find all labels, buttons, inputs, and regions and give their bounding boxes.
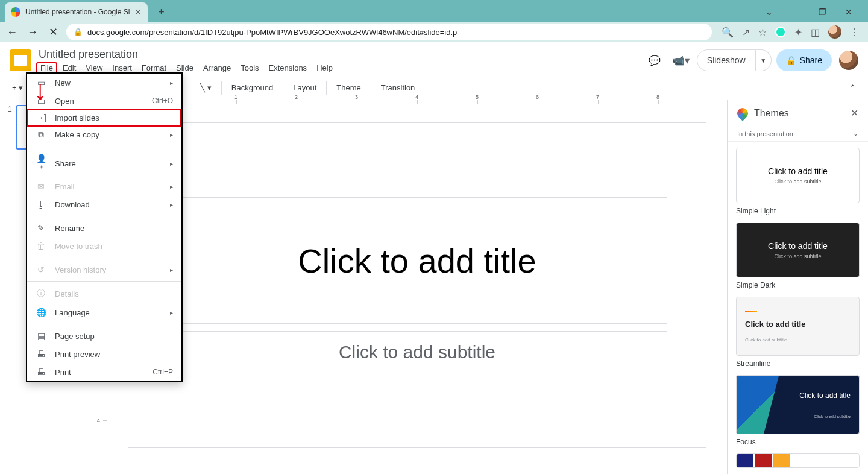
chevron-down-icon[interactable]: ⌄ bbox=[762, 5, 776, 19]
favicon-icon bbox=[11, 7, 20, 17]
file-menu-print[interactable]: 🖶 Print Ctrl+P bbox=[27, 363, 181, 381]
file-menu-label: Open bbox=[55, 96, 74, 106]
tab-title: Untitled presentation - Google Sl bbox=[25, 8, 130, 16]
slide-background[interactable]: Click to add title Click to add subtitle bbox=[107, 104, 727, 474]
themes-subtitle: In this presentation bbox=[737, 130, 793, 137]
theme-card-simple-dark[interactable]: Click to add title Click to add subtitle bbox=[736, 223, 860, 278]
browser-profile-icon[interactable] bbox=[828, 25, 841, 39]
theme-card-focus[interactable]: Click to add title Click to add subtitle bbox=[736, 375, 860, 434]
title-area: Untitled presentation File Edit View Ins… bbox=[36, 47, 639, 74]
theme-card-sub: Click to add subtitle bbox=[745, 337, 787, 343]
file-menu-open[interactable]: 🗀 Open Ctrl+O bbox=[27, 92, 181, 110]
subtitle-placeholder[interactable]: Click to add subtitle bbox=[167, 331, 667, 373]
ruler-tick: 6 bbox=[538, 100, 598, 104]
title-placeholder[interactable]: Click to add title bbox=[167, 197, 667, 324]
accent-bar bbox=[745, 311, 757, 312]
doc-title[interactable]: Untitled presentation bbox=[36, 47, 639, 62]
comments-icon[interactable]: 💬 bbox=[644, 49, 665, 71]
new-slide-button[interactable]: + ▾ bbox=[7, 79, 28, 97]
file-menu-language[interactable]: 🌐 Language ▸ bbox=[27, 303, 181, 321]
close-panel-icon[interactable]: ✕ bbox=[851, 107, 858, 119]
file-menu-import-slides[interactable]: →] Import slides bbox=[27, 109, 181, 127]
menu-help[interactable]: Help bbox=[312, 62, 337, 74]
thumbnail-number: 1 bbox=[5, 105, 12, 150]
tab-bar: Untitled presentation - Google Sl ✕ + ⌄ … bbox=[0, 0, 868, 22]
share-button[interactable]: 🔒 Share bbox=[776, 49, 832, 71]
back-button[interactable]: ← bbox=[5, 25, 19, 39]
separator bbox=[371, 81, 371, 95]
meet-icon[interactable]: 📹▾ bbox=[670, 49, 692, 71]
theme-list[interactable]: Click to add title Click to add subtitle… bbox=[728, 142, 868, 474]
print-preview-icon: 🖶 bbox=[36, 349, 46, 359]
download-icon: ⭳ bbox=[36, 200, 46, 209]
address-bar: ← → ✕ 🔒 docs.google.com/presentation/d/1… bbox=[0, 22, 868, 42]
theme-label: Simple Dark bbox=[736, 281, 860, 289]
theme-button[interactable]: Theme bbox=[332, 79, 365, 97]
share-url-icon[interactable]: ↗ bbox=[742, 27, 750, 38]
trash-icon: 🗑 bbox=[36, 241, 46, 251]
theme-card-simple-light[interactable]: Click to add title Click to add subtitle bbox=[736, 148, 860, 203]
close-window-icon[interactable]: ✕ bbox=[841, 5, 856, 19]
file-menu-label: Page setup bbox=[55, 332, 95, 341]
line-tool[interactable]: ╲ ▾ bbox=[195, 79, 216, 97]
menu-arrange[interactable]: Arrange bbox=[199, 62, 235, 74]
transition-button[interactable]: Transition bbox=[376, 79, 420, 97]
kebab-icon[interactable]: ⋮ bbox=[850, 27, 860, 38]
submenu-arrow-icon: ▸ bbox=[170, 201, 173, 208]
slide-canvas[interactable]: Click to add title Click to add subtitle bbox=[128, 122, 706, 448]
info-icon: ⓘ bbox=[36, 288, 46, 299]
new-tab-button[interactable]: + bbox=[153, 4, 169, 21]
separator bbox=[221, 81, 222, 95]
canvas-area: 1 1 2 3 4 5 6 7 8 1 1 2 3 4 Click to add… bbox=[96, 100, 727, 474]
background-button[interactable]: Background bbox=[227, 79, 278, 97]
browser-tab[interactable]: Untitled presentation - Google Sl ✕ bbox=[5, 2, 148, 22]
ruler-tick: 4 bbox=[103, 420, 107, 474]
file-menu-print-preview[interactable]: 🖶 Print preview bbox=[27, 345, 181, 363]
ruler-tick: 4 bbox=[417, 100, 477, 104]
submenu-arrow-icon: ▸ bbox=[170, 80, 173, 86]
theme-card-title: Click to add title bbox=[768, 166, 828, 176]
extension-icon[interactable] bbox=[775, 27, 786, 37]
themes-header: Themes ✕ bbox=[728, 100, 868, 126]
theme-card-streamline[interactable]: Click to add title Click to add subtitle bbox=[736, 297, 860, 356]
minimize-icon[interactable]: — bbox=[788, 5, 803, 19]
ruler-tick: 8 bbox=[658, 100, 719, 104]
theme-card-partial[interactable] bbox=[736, 453, 860, 468]
import-icon: →] bbox=[36, 113, 46, 122]
file-menu-download[interactable]: ⭳ Download ▸ bbox=[27, 195, 181, 213]
file-menu-label: New bbox=[55, 78, 71, 87]
close-icon[interactable]: ✕ bbox=[134, 7, 142, 17]
collapse-toolbar-icon[interactable]: ⌃ bbox=[844, 79, 861, 97]
zoom-icon[interactable]: 🔍 bbox=[722, 27, 734, 38]
file-menu-make-copy[interactable]: ⧉ Make a copy ▸ bbox=[27, 125, 181, 144]
panel-icon[interactable]: ◫ bbox=[811, 27, 820, 38]
stop-button[interactable]: ✕ bbox=[46, 25, 60, 39]
file-menu-share[interactable]: 👤⁺ Share ▸ bbox=[27, 150, 181, 177]
file-menu-label: Move to trash bbox=[55, 242, 102, 251]
menu-tools[interactable]: Tools bbox=[236, 62, 263, 74]
maximize-icon[interactable]: ❐ bbox=[815, 5, 829, 19]
submenu-arrow-icon: ▸ bbox=[170, 131, 173, 138]
slideshow-dropdown[interactable]: ▼ bbox=[756, 49, 772, 71]
forward-button[interactable]: → bbox=[25, 25, 40, 39]
ruler-tick: 2 bbox=[297, 100, 357, 104]
theme-card-sub: Click to add subtitle bbox=[774, 179, 821, 185]
layout-button[interactable]: Layout bbox=[288, 79, 321, 97]
slides-logo-icon[interactable] bbox=[10, 49, 31, 71]
menu-extensions[interactable]: Extensions bbox=[265, 62, 312, 74]
slideshow-group: Slideshow ▼ bbox=[697, 49, 772, 71]
file-menu-version-history: ↺ Version history ▸ bbox=[27, 261, 181, 279]
file-menu-page-setup[interactable]: ▤ Page setup bbox=[27, 327, 181, 345]
url-text: docs.google.com/presentation/d/1fDT92utj… bbox=[87, 28, 457, 37]
theme-card-title: Click to add title bbox=[745, 320, 805, 329]
slideshow-button[interactable]: Slideshow bbox=[697, 49, 756, 71]
account-avatar[interactable] bbox=[839, 51, 858, 70]
themes-subheader[interactable]: In this presentation ⌄ bbox=[728, 126, 868, 142]
lock-icon: 🔒 bbox=[786, 55, 796, 65]
file-menu-rename[interactable]: ✎ Rename bbox=[27, 219, 181, 237]
star-icon[interactable]: ☆ bbox=[758, 27, 767, 38]
palette-icon bbox=[735, 106, 750, 121]
file-menu-new[interactable]: ▭ New ▸ bbox=[27, 74, 181, 92]
puzzle-icon[interactable]: ✦ bbox=[794, 27, 802, 38]
url-field[interactable]: 🔒 docs.google.com/presentation/d/1fDT92u… bbox=[66, 24, 712, 40]
